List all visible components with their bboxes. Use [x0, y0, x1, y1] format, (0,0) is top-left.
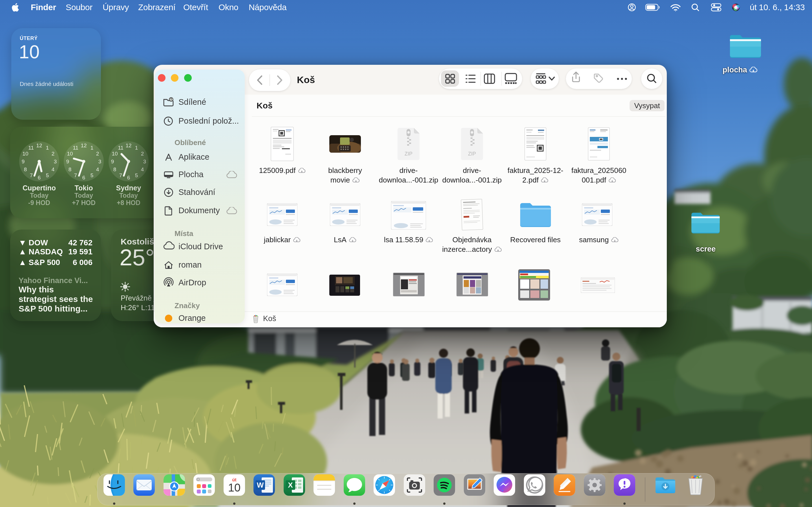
svg-text:10: 10	[67, 151, 73, 157]
svg-text:ZIP: ZIP	[405, 151, 412, 157]
svg-text:10: 10	[228, 482, 241, 494]
svg-text:2: 2	[52, 151, 55, 157]
svg-text:4: 4	[52, 166, 55, 172]
svg-text:8: 8	[24, 166, 27, 172]
svg-text:6: 6	[82, 175, 86, 180]
svg-text:W: W	[257, 481, 264, 489]
svg-text:7: 7	[74, 172, 77, 178]
svg-text:5: 5	[46, 172, 49, 178]
svg-text:2: 2	[141, 151, 144, 157]
svg-text:6: 6	[38, 175, 41, 180]
svg-text:1: 1	[46, 145, 49, 151]
svg-text:7: 7	[119, 172, 122, 178]
svg-text:11: 11	[73, 145, 79, 151]
svg-text:1: 1	[135, 145, 138, 151]
svg-text:11: 11	[28, 145, 34, 151]
svg-text:ZIP: ZIP	[468, 151, 476, 157]
svg-text:2: 2	[96, 151, 99, 157]
svg-text:6: 6	[127, 175, 130, 180]
svg-text:8: 8	[68, 166, 71, 172]
svg-text:10: 10	[112, 151, 117, 157]
svg-text:3: 3	[98, 159, 101, 165]
svg-text:1: 1	[91, 145, 94, 151]
svg-text:4: 4	[96, 166, 99, 172]
svg-text:8: 8	[113, 166, 116, 172]
svg-text:3: 3	[143, 159, 146, 165]
svg-text:10: 10	[22, 151, 28, 157]
svg-text:3: 3	[54, 159, 57, 165]
svg-text:5: 5	[135, 172, 138, 178]
svg-text:12: 12	[36, 143, 42, 149]
svg-text:5: 5	[91, 172, 94, 178]
svg-text:9: 9	[66, 159, 69, 165]
svg-text:12: 12	[81, 143, 87, 149]
svg-text:4: 4	[141, 166, 144, 172]
svg-text:7: 7	[30, 172, 33, 178]
svg-text:X: X	[288, 481, 293, 489]
svg-text:9: 9	[22, 159, 25, 165]
svg-text:12: 12	[125, 143, 132, 149]
svg-text:9: 9	[111, 159, 114, 165]
svg-text:11: 11	[118, 145, 123, 151]
